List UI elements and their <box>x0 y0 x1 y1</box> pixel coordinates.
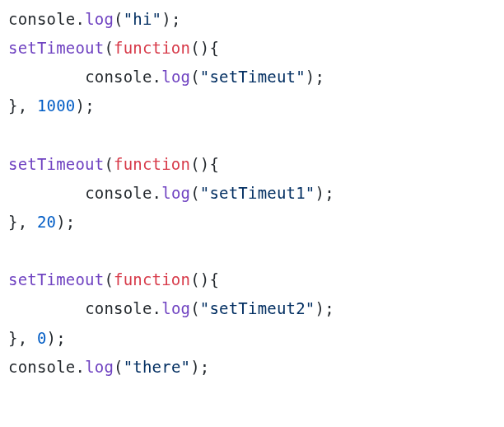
brace-close: } <box>8 96 18 115</box>
paren-close: ) <box>315 184 324 202</box>
indent <box>8 179 85 208</box>
blank-line-1 <box>8 126 18 144</box>
comma: , <box>18 329 37 347</box>
semicolon: ; <box>315 68 324 86</box>
keyword-function: function <box>114 155 190 173</box>
paren-close: ) <box>306 68 315 86</box>
brace-close: } <box>8 329 18 347</box>
paren-open: ( <box>104 39 114 57</box>
dot: . <box>152 184 162 202</box>
semicolon: ; <box>85 96 95 115</box>
code-line-1: console.log("hi"); <box>8 10 181 28</box>
paren-close: ) <box>56 213 66 231</box>
brace-open: { <box>209 39 219 57</box>
code-line-12: }, 0); <box>8 329 66 347</box>
paren-open: ( <box>114 10 124 28</box>
paren-close: ) <box>200 39 210 57</box>
string-there: "there" <box>124 358 190 376</box>
comma: , <box>18 96 37 115</box>
string-setTimeut: "setTimeut" <box>200 68 306 86</box>
dot: . <box>75 358 85 376</box>
code-line-8: }, 20); <box>8 213 75 231</box>
paren-close: ) <box>47 329 57 347</box>
code-line-2: setTimeout(function(){ <box>8 39 219 57</box>
paren-open: ( <box>104 270 114 289</box>
indent <box>8 294 85 323</box>
semicolon: ; <box>324 184 334 202</box>
identifier-console: console <box>85 68 152 86</box>
code-line-13: console.log("there"); <box>8 358 209 376</box>
blank-line-2 <box>8 242 18 260</box>
keyword-function: function <box>114 39 190 57</box>
method-log: log <box>161 299 190 317</box>
semicolon: ; <box>324 299 334 317</box>
paren-close: ) <box>200 270 210 289</box>
string-hi: "hi" <box>124 10 162 28</box>
paren-close: ) <box>161 10 171 28</box>
method-log: log <box>161 184 190 202</box>
method-log: log <box>85 10 114 28</box>
identifier-console: console <box>8 358 75 376</box>
brace-open: { <box>209 270 219 289</box>
number-1000: 1000 <box>37 96 76 115</box>
paren-open: ( <box>114 358 124 376</box>
code-line-3: console.log("setTimeut"); <box>8 68 324 86</box>
identifier-console: console <box>85 184 152 202</box>
string-setTimeut1: "setTimeut1" <box>200 184 315 202</box>
keyword-function: function <box>114 270 190 289</box>
code-line-7: console.log("setTimeut1"); <box>8 184 334 202</box>
brace-close: } <box>8 213 18 231</box>
paren-open: ( <box>104 155 114 173</box>
dot: . <box>152 299 162 317</box>
comma: , <box>18 213 37 231</box>
paren-close: ) <box>75 96 85 115</box>
number-0: 0 <box>37 329 47 347</box>
paren-open: ( <box>190 184 200 202</box>
method-log: log <box>85 358 114 376</box>
semicolon: ; <box>66 213 76 231</box>
code-line-4: }, 1000); <box>8 96 95 115</box>
string-setTimeut2: "setTimeut2" <box>200 299 315 317</box>
semicolon: ; <box>171 10 181 28</box>
code-line-6: setTimeout(function(){ <box>8 155 219 173</box>
func-setTimeout: setTimeout <box>8 39 104 57</box>
number-20: 20 <box>37 213 56 231</box>
paren-open: ( <box>190 299 200 317</box>
dot: . <box>75 10 85 28</box>
paren-open: ( <box>190 270 200 289</box>
semicolon: ; <box>56 329 66 347</box>
paren-open: ( <box>190 39 200 57</box>
brace-open: { <box>209 155 219 173</box>
paren-open: ( <box>190 155 200 173</box>
code-block: console.log("hi"); setTimeout(function()… <box>8 5 496 382</box>
paren-close: ) <box>315 299 324 317</box>
code-line-10: setTimeout(function(){ <box>8 270 219 289</box>
semicolon: ; <box>200 358 210 376</box>
indent <box>8 63 85 92</box>
dot: . <box>152 68 162 86</box>
code-line-11: console.log("setTimeut2"); <box>8 299 334 317</box>
paren-close: ) <box>200 155 210 173</box>
func-setTimeout: setTimeout <box>8 270 104 289</box>
paren-close: ) <box>190 358 200 376</box>
paren-open: ( <box>190 68 200 86</box>
func-setTimeout: setTimeout <box>8 155 104 173</box>
identifier-console: console <box>85 299 152 317</box>
method-log: log <box>161 68 190 86</box>
identifier-console: console <box>8 10 75 28</box>
